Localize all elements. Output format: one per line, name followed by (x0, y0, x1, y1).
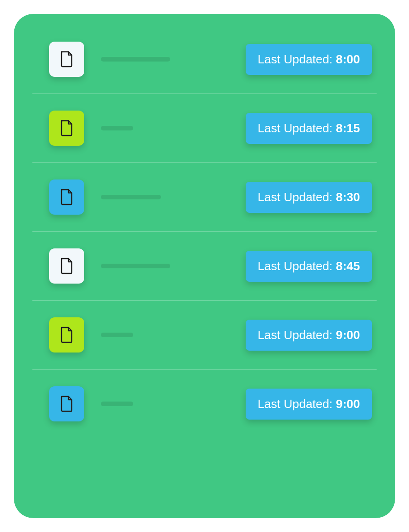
last-updated-label: Last Updated: (258, 52, 336, 66)
list-item: Last Updated: 8:15 (32, 94, 377, 163)
file-icon (60, 396, 74, 412)
bar-fill (101, 126, 133, 130)
last-updated-time: 8:15 (336, 121, 360, 135)
last-updated-chip: Last Updated: 9:00 (246, 389, 372, 420)
list-item: Last Updated: 9:00 (32, 370, 377, 438)
spacer-bar (84, 126, 246, 130)
bar-fill (101, 264, 170, 268)
spacer-bar (84, 264, 246, 268)
last-updated-label: Last Updated: (258, 121, 336, 135)
file-icon (60, 189, 74, 205)
last-updated-label: Last Updated: (258, 397, 336, 411)
file-icon-box[interactable] (49, 248, 84, 284)
file-icon (60, 327, 74, 343)
last-updated-chip: Last Updated: 9:00 (246, 320, 372, 351)
bar-fill (101, 402, 133, 406)
update-list-card: Last Updated: 8:00 Last Updated: 8:15 (14, 14, 395, 518)
last-updated-label: Last Updated: (258, 328, 336, 342)
file-icon (60, 51, 74, 68)
last-updated-time: 9:00 (336, 397, 360, 411)
file-icon (60, 258, 74, 274)
file-icon-box[interactable] (49, 42, 84, 77)
list-item: Last Updated: 8:00 (32, 42, 377, 94)
file-icon-box[interactable] (49, 179, 84, 215)
bar-fill (101, 195, 161, 199)
file-icon (60, 120, 74, 136)
last-updated-time: 8:30 (336, 190, 360, 204)
file-icon-box[interactable] (49, 317, 84, 353)
last-updated-label: Last Updated: (258, 259, 336, 273)
bar-fill (101, 57, 170, 62)
list-item: Last Updated: 8:30 (32, 163, 377, 232)
last-updated-time: 8:45 (336, 259, 360, 273)
bar-fill (101, 333, 133, 337)
last-updated-chip: Last Updated: 8:00 (246, 44, 372, 75)
spacer-bar (84, 333, 246, 337)
file-icon-box[interactable] (49, 386, 84, 421)
spacer-bar (84, 57, 246, 62)
spacer-bar (84, 195, 246, 199)
last-updated-chip: Last Updated: 8:30 (246, 182, 372, 213)
last-updated-chip: Last Updated: 8:15 (246, 113, 372, 144)
list-item: Last Updated: 9:00 (32, 301, 377, 370)
last-updated-label: Last Updated: (258, 190, 336, 204)
last-updated-time: 9:00 (336, 328, 360, 342)
list-item: Last Updated: 8:45 (32, 232, 377, 301)
last-updated-chip: Last Updated: 8:45 (246, 251, 372, 282)
last-updated-time: 8:00 (336, 52, 360, 66)
file-icon-box[interactable] (49, 111, 84, 146)
spacer-bar (84, 402, 246, 406)
